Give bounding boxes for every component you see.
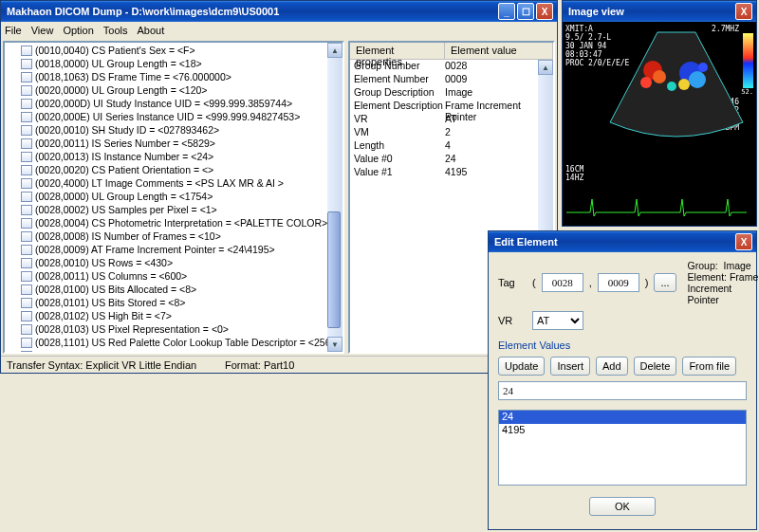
tree-row[interactable]: (0020,0011) IS Series Number = <5829> [6,137,326,150]
image-view-titlebar[interactable]: Image view X [563,1,756,22]
ok-button[interactable]: OK [589,497,656,516]
property-name: Length [350,139,445,153]
close-button[interactable]: X [735,3,752,20]
fromfile-button[interactable]: From file [682,357,736,376]
element-icon [21,192,32,202]
property-row[interactable]: VRAT [350,113,553,126]
tree-label: (0028,0008) IS Number of Frames = <10> [35,230,221,242]
tree-row[interactable]: (0020,0020) CS Patient Orientation = <> [6,163,326,176]
property-name: Value #0 [350,153,445,166]
image-view-body[interactable]: XMIT:A 9.5/ 2.7-L 30 JAN 94 08:03:47 PRO… [563,22,756,226]
tree-row[interactable]: (0020,0013) IS Instance Number = <24> [6,150,326,163]
tree-row[interactable]: (0028,0103) US Pixel Representation = <0… [6,322,326,336]
tree-row[interactable]: (0028,0000) UL Group Length = <1754> [6,190,326,203]
scroll-up-button[interactable]: ▲ [327,43,342,58]
menu-about[interactable]: About [138,25,165,36]
list-item[interactable]: 4195 [499,424,746,437]
tree-row[interactable]: (0020,0010) SH Study ID = <027893462> [6,123,326,137]
tree-label: (0028,0101) US Bits Stored = <8> [35,297,185,308]
property-row[interactable]: Element DescriptionFrame Increment Point… [350,100,553,113]
tag-browse-button[interactable]: ... [654,273,676,292]
minimize-button[interactable]: _ [498,3,515,20]
element-icon [21,298,32,308]
tree-label: (0028,0103) US Pixel Representation = <0… [35,323,229,335]
group-label: Group: [688,260,718,271]
tree-row[interactable]: (0020,4000) LT Image Comments = <PS LAX … [6,176,326,190]
insert-button[interactable]: Insert [550,357,590,376]
tree-row[interactable]: (0028,0102) US High Bit = <7> [6,309,326,322]
delete-button[interactable]: Delete [634,357,677,376]
tree-row[interactable]: (0028,0100) US Bits Allocated = <8> [6,283,326,296]
property-row[interactable]: Value #14195 [350,166,553,179]
image-view-title: Image view [566,6,735,17]
tag-group-input[interactable] [542,273,583,292]
maximize-button[interactable]: ☐ [517,3,534,20]
tree-row[interactable]: (0020,000D) UI Study Instance UID = <999… [6,97,326,110]
property-row[interactable]: Element Number0009 [350,73,553,86]
svg-point-7 [640,77,652,88]
scroll-down-button[interactable]: ▼ [327,337,342,352]
property-value: 0028 [445,60,553,73]
tree-label: (0028,0002) US Samples per Pixel = <1> [35,204,217,215]
element-icon [21,338,32,348]
tree-row[interactable]: (0028,0010) US Rows = <430> [6,256,326,269]
property-row[interactable]: VM2 [350,126,553,139]
prop-col-name: Element properties [350,43,445,59]
list-item[interactable]: 24 [499,411,746,424]
element-icon [21,46,32,56]
element-icon [21,138,32,149]
values-list[interactable]: 24 4195 [498,410,747,486]
property-row[interactable]: Length4 [350,139,553,153]
edit-element-window: Edit Element X Tag ( , ) ... Group: Imag… [488,230,757,530]
properties-body[interactable]: Group Number0028Element Number0009Group … [350,60,553,179]
update-button[interactable]: Update [498,357,545,376]
property-name: Group Description [350,86,445,100]
scroll-thumb[interactable] [327,211,341,328]
tree-label: (0020,4000) LT Image Comments = <PS LAX … [35,177,284,189]
tag-element-input[interactable] [598,273,639,292]
tree-row[interactable]: (0010,0040) CS Patient's Sex = <F> [6,44,326,57]
tree-row[interactable]: (0028,1101) US Red Palette Color Lookup … [6,336,326,349]
property-row[interactable]: Group Number0028 [350,60,553,73]
vr-select[interactable]: AT [532,311,583,330]
value-input[interactable] [498,381,747,400]
edit-titlebar[interactable]: Edit Element X [489,231,756,252]
scroll-up-button[interactable]: ▲ [538,60,553,75]
tree-row[interactable]: (0028,1102) US Green Palette Color Looku… [6,349,326,352]
tree-row[interactable]: (0028,0009) AT Frame Increment Pointer =… [6,243,326,256]
tree-row[interactable]: (0028,0101) US Bits Stored = <8> [6,296,326,309]
tree-row[interactable]: (0028,0008) IS Number of Frames = <10> [6,229,326,243]
tree-row[interactable]: (0018,0000) UL Group Length = <18> [6,57,326,70]
property-name: Element Number [350,73,445,86]
tree-label: (0028,1102) US Green Palette Color Looku… [35,350,327,352]
menu-view[interactable]: View [31,25,54,36]
tree-label: (0028,0009) AT Frame Increment Pointer =… [35,244,275,255]
property-row[interactable]: Value #024 [350,153,553,166]
dicom-tree[interactable]: (0010,0040) CS Patient's Sex = <F>(0018,… [5,43,327,352]
add-button[interactable]: Add [596,357,628,376]
main-titlebar[interactable]: Makhaon DICOM Dump - D:\work\images\dcm9… [1,1,557,22]
statusbar: Transfer Syntax: Explicit VR Little Endi… [1,356,557,373]
menu-file[interactable]: File [5,25,22,36]
tree-row[interactable]: (0028,0002) US Samples per Pixel = <1> [6,203,326,216]
property-value: 4195 [445,166,553,179]
tree-row[interactable]: (0020,000E) UI Series Instance UID = <99… [6,110,326,123]
property-value: 2 [445,126,553,139]
tree-label: (0028,0100) US Bits Allocated = <8> [35,284,196,295]
menu-option[interactable]: Option [63,25,93,36]
tree-row[interactable]: (0028,0004) CS Photometric Interpretatio… [6,216,326,229]
properties-header[interactable]: Element properties Element value [350,43,553,60]
close-button[interactable]: X [735,233,752,250]
tree-row[interactable]: (0028,0011) US Columns = <600> [6,269,326,283]
tree-row[interactable]: (0020,0000) UL Group Length = <120> [6,83,326,97]
tree-scrollbar[interactable]: ▲ ▼ [327,43,342,352]
element-icon [21,85,32,96]
close-button[interactable]: X [536,3,553,20]
tree-row[interactable]: (0018,1063) DS Frame Time = <76.000000> [6,70,326,83]
property-row[interactable]: Group DescriptionImage [350,86,553,100]
element-icon [21,351,32,353]
tree-label: (0028,0102) US High Bit = <7> [35,310,172,321]
main-title: Makhaon DICOM Dump - D:\work\images\dcm9… [5,6,498,17]
property-value: AT [445,113,553,126]
menu-tools[interactable]: Tools [103,25,128,36]
